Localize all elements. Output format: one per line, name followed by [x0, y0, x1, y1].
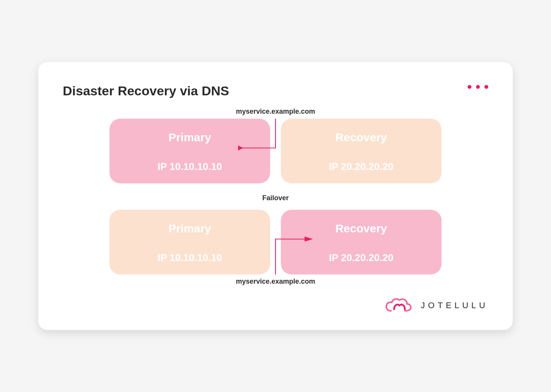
- box-label: Recovery: [290, 222, 432, 235]
- diagram-title: Disaster Recovery via DNS: [63, 83, 488, 98]
- box-label: Primary: [119, 131, 261, 144]
- brand-name: JOTELULU: [421, 301, 488, 310]
- after-row-wrap: Primary IP 10.10.10.10 Recovery IP 20.20…: [63, 210, 488, 274]
- before-row: Primary IP 10.10.10.10 Recovery IP 20.20…: [63, 119, 488, 183]
- dot-icon: [468, 85, 471, 89]
- dot-icon: [476, 85, 480, 89]
- window-dots: [468, 85, 488, 89]
- before-row-wrap: Primary IP 10.10.10.10 Recovery IP 20.20…: [63, 119, 488, 183]
- brand-row: JOTELULU: [63, 296, 488, 315]
- recovery-box-before: Recovery IP 20.20.20.20: [281, 119, 442, 183]
- recovery-box-after: Recovery IP 20.20.20.20: [281, 210, 442, 274]
- box-ip: IP 10.10.10.10: [119, 252, 261, 264]
- box-label: Primary: [119, 222, 261, 235]
- primary-box-after: Primary IP 10.10.10.10: [109, 210, 270, 274]
- box-ip: IP 10.10.10.10: [119, 161, 261, 173]
- cloud-logo-icon: [383, 296, 413, 315]
- hostname-label-top: myservice.example.com: [63, 108, 488, 116]
- after-row: Primary IP 10.10.10.10 Recovery IP 20.20…: [63, 210, 488, 274]
- dot-icon: [484, 85, 488, 89]
- primary-box-before: Primary IP 10.10.10.10: [109, 119, 270, 183]
- box-label: Recovery: [290, 131, 432, 144]
- failover-label: Failover: [63, 194, 488, 202]
- hostname-label-bottom: myservice.example.com: [63, 278, 488, 286]
- box-ip: IP 20.20.20.20: [290, 161, 432, 173]
- box-ip: IP 20.20.20.20: [290, 252, 432, 264]
- diagram-card: Disaster Recovery via DNS myservice.exam…: [38, 62, 513, 330]
